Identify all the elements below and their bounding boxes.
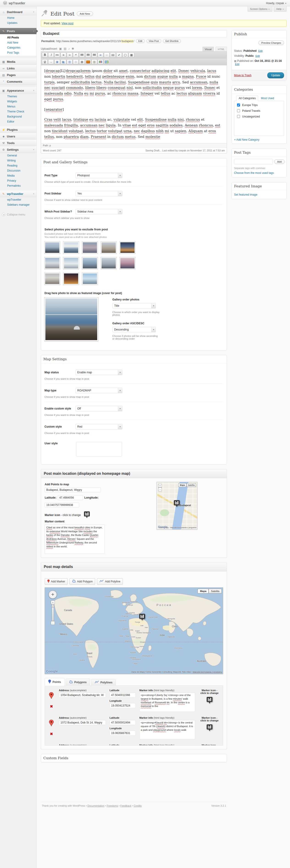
sidebar-item-home[interactable]: Home <box>0 16 36 20</box>
view-post-link[interactable]: View post <box>61 22 74 25</box>
sidebar-item-reading[interactable]: Reading <box>0 163 36 168</box>
set-featured-image-link[interactable]: Set featured image <box>232 190 286 199</box>
gallery-photo-thumbnail[interactable] <box>120 242 135 253</box>
add-image-icon[interactable]: ▣ <box>59 47 62 51</box>
gallery-photo-thumbnail[interactable] <box>63 242 79 253</box>
collapse-menu-button[interactable]: ◀Collapse menu <box>0 210 36 220</box>
category-item-uncategorized[interactable]: Uncategorized <box>236 114 282 119</box>
sidebar-item-permalinks[interactable]: Permalinks <box>0 183 36 188</box>
category-checkbox[interactable] <box>237 115 240 118</box>
add-new-button[interactable]: Add New <box>77 11 93 16</box>
terms-link[interactable]: Warunki korzystania z programu <box>193 671 222 673</box>
sidebar-item-media[interactable]: ▦Media <box>0 58 36 65</box>
sidebar-item-pages[interactable]: ▤Pages <box>0 72 36 78</box>
select-custom-style[interactable]: Red▼ <box>76 424 122 429</box>
edit-published-date-link[interactable]: Edit <box>235 63 239 65</box>
user-style-textarea[interactable] <box>76 442 122 457</box>
map-zoom-slider[interactable]: + − <box>51 600 55 625</box>
sidebar-item-categories[interactable]: Categories <box>0 45 36 50</box>
gallery-photo-thumbnail[interactable] <box>120 257 135 269</box>
sidebar-item-updates[interactable]: Updates <box>0 20 36 25</box>
gallery-photo-thumbnail[interactable] <box>45 273 60 285</box>
sidebar-item-comments[interactable]: “Comments <box>0 78 36 85</box>
zoom-handle[interactable] <box>51 606 54 608</box>
point-marker-info-textarea[interactable]: <p><strong>'Liberty Sq.'</strong> one of… <box>139 692 195 712</box>
layers-button[interactable] <box>67 59 72 64</box>
select-post-type[interactable]: Photopost▼ <box>76 173 122 178</box>
get-shortlink-button[interactable]: Get Shortlink <box>163 39 181 43</box>
sidebar-item-sidebars-manager[interactable]: Sidebars manager <box>0 202 36 207</box>
sidebar-item-theme-check[interactable]: Theme Check <box>0 109 36 114</box>
tab-most-used[interactable]: Most Used <box>259 96 276 101</box>
zoom-out-button[interactable]: − <box>158 488 162 491</box>
point-longitude-input[interactable] <box>110 703 136 708</box>
city-marker-icon[interactable] <box>174 500 180 508</box>
location-minimap[interactable]: Mapa Satelita + − Budapest Google Dane m… <box>156 482 197 529</box>
insert-gallery-box-button[interactable] <box>60 59 66 64</box>
add-polyline-button[interactable]: Add Polyline <box>97 578 123 585</box>
gallery-photo-thumbnail[interactable] <box>63 257 79 269</box>
unlink-button[interactable] <box>104 53 110 58</box>
add-video-icon[interactable]: ▤ <box>64 47 66 51</box>
more-button[interactable] <box>110 53 116 58</box>
select-post-sidebar[interactable]: Yes▼ <box>76 191 122 196</box>
point-marker-info-textarea[interactable]: <p><strong>Klauzál tér</strong> is the c… <box>139 720 195 739</box>
tab-all-categories[interactable]: All Categories <box>236 95 258 101</box>
add-tag-button[interactable]: Add <box>274 159 285 164</box>
update-button[interactable]: Update <box>267 72 284 78</box>
select-enable-custom-style[interactable]: Off▼ <box>76 406 122 411</box>
add-marker-button[interactable]: Add Marker <box>45 578 68 585</box>
map-type-map-button[interactable]: Mapa <box>178 483 186 487</box>
add-new-category-link[interactable]: + Add New Category <box>232 136 286 144</box>
zoom-out-button[interactable]: − <box>51 621 55 625</box>
gallery-photo-thumbnail[interactable] <box>45 242 60 253</box>
new-tag-input[interactable] <box>234 159 273 164</box>
chart-button[interactable] <box>98 59 104 64</box>
city-marker-icon[interactable] <box>139 614 145 621</box>
insert-image-box-button[interactable] <box>54 59 60 64</box>
zoom-in-button[interactable]: + <box>158 484 162 488</box>
longitude-input[interactable] <box>45 502 79 507</box>
table-button[interactable] <box>79 59 85 64</box>
most-used-tags-link[interactable]: Choose from the most used tags <box>232 170 286 177</box>
point-longitude-input[interactable] <box>110 731 136 736</box>
add-audio-icon[interactable]: ♪ <box>68 47 70 51</box>
city-marker-icon[interactable] <box>199 724 220 732</box>
post-title-input[interactable] <box>41 30 227 37</box>
sidebar-item-settings[interactable]: ⚙Settings▼ <box>0 146 36 153</box>
featured-image-dropzone[interactable] <box>45 298 98 341</box>
paste-button[interactable] <box>48 59 54 64</box>
underline-button[interactable] <box>42 59 48 64</box>
kitchen-sink-button[interactable] <box>128 53 134 58</box>
sidebar-item-plugins[interactable]: ⚡Plugins <box>0 126 36 133</box>
bold-button[interactable] <box>42 53 48 58</box>
category-checkbox[interactable] <box>237 109 240 112</box>
footer-link-freedoms[interactable]: Freedoms <box>107 804 118 807</box>
map-type-map-button[interactable]: Mapa <box>198 589 209 593</box>
delete-point-button[interactable]: ✖ <box>50 705 53 708</box>
map-pan-control[interactable]: ✚ <box>49 590 57 599</box>
sidebar-item-links[interactable]: ∞Links <box>0 65 36 72</box>
gallery-photo-thumbnail[interactable] <box>101 242 116 253</box>
ordered-list-button[interactable] <box>67 53 72 58</box>
permalink-slug[interactable]: budapest <box>121 39 134 43</box>
gallery-photo-thumbnail[interactable] <box>82 242 98 253</box>
sidebar-item-post-tags[interactable]: Post Tags <box>0 50 36 55</box>
strikethrough-button[interactable] <box>54 53 60 58</box>
editor-body[interactable]: [dropcap]L[/dropcap]orem ipsum dolor sit… <box>41 65 227 143</box>
delete-point-button[interactable]: ✖ <box>50 732 53 736</box>
sidebar-item-posts[interactable]: ✎Posts▼ <box>0 28 36 34</box>
gallery-order-direction-select[interactable]: Descending▼ <box>112 327 156 332</box>
category-item-europe-trips[interactable]: Europe Trips <box>236 103 282 107</box>
sidebar-item-users[interactable]: ☻Users <box>0 133 36 140</box>
sidebar-item-add-new[interactable]: Add New <box>0 40 36 45</box>
category-checkbox[interactable] <box>237 103 240 106</box>
marker-content-textarea[interactable]: Cited as one of the most beautiful citie… <box>45 524 105 554</box>
sidebar-item-menus[interactable]: Menus <box>0 104 36 109</box>
sidebar-item-tools[interactable]: ⚒Tools <box>0 140 36 146</box>
package-button[interactable] <box>91 59 97 64</box>
add-media-icon[interactable]: ✱ <box>71 47 74 51</box>
world-map[interactable]: CanadaUnited StatesMéxicoVenezuelaColomb… <box>45 587 223 674</box>
tab-polylines[interactable]: Polylines <box>91 679 116 686</box>
link-button[interactable] <box>98 53 104 58</box>
